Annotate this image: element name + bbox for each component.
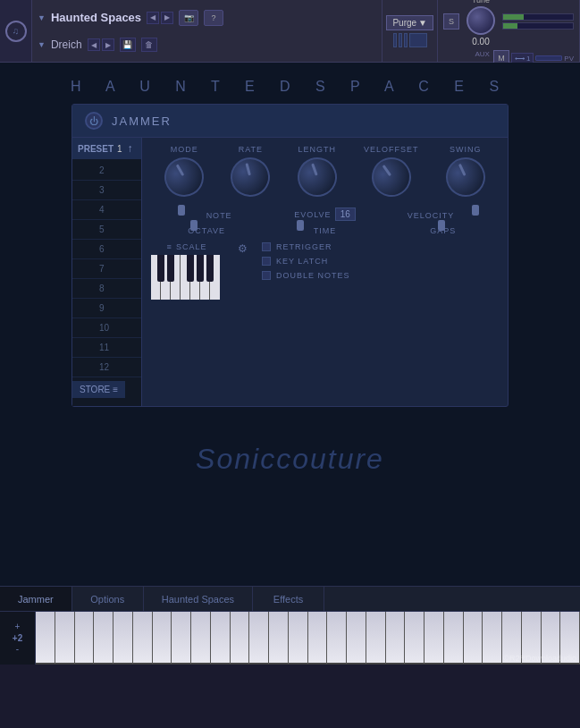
power-button[interactable]: ⏻ <box>85 112 103 130</box>
settings-gear-icon: ⚙ <box>238 242 248 255</box>
time-slider-group: TIME <box>269 224 380 235</box>
piano-key-white[interactable] <box>386 612 406 665</box>
retrigger-checkbox[interactable] <box>262 242 271 251</box>
piano-key-white[interactable] <box>269 612 289 665</box>
piano-key-white[interactable] <box>327 612 347 665</box>
piano-key-white[interactable] <box>347 612 366 665</box>
piano-key-white[interactable] <box>405 612 424 665</box>
octave-up-btn[interactable]: + <box>15 622 21 631</box>
list-item[interactable]: 5 <box>72 220 141 240</box>
swing-knob[interactable] <box>440 151 492 203</box>
piano-key-white[interactable] <box>366 612 386 665</box>
piano-key-white[interactable] <box>308 612 328 665</box>
piano-key-white[interactable] <box>424 612 444 665</box>
level-bar <box>535 55 562 61</box>
prev-preset[interactable]: ◀ <box>88 38 100 51</box>
nav-arrows-top: ◀ ▶ <box>147 12 173 24</box>
next-preset[interactable]: ▶ <box>102 38 114 51</box>
store-button[interactable]: STORE ≡ <box>72 381 125 398</box>
purge-btn[interactable]: Purge ▼ <box>386 15 433 30</box>
list-item[interactable]: 4 <box>72 200 141 220</box>
scale-keyboard[interactable] <box>151 255 223 300</box>
octave-slider-label: OCTAVE <box>151 226 262 235</box>
tab-jammer[interactable]: Jammer <box>0 587 72 611</box>
veloffset-knob[interactable] <box>364 149 418 204</box>
purge-label: Purge <box>392 18 416 28</box>
piano-key-white[interactable] <box>36 612 55 665</box>
header-left: ▼ Haunted Spaces ◀ ▶ 📷 ? ▼ Dreich ◀ ▶ 💾 … <box>32 0 382 62</box>
next-instrument[interactable]: ▶ <box>161 12 173 24</box>
list-item[interactable]: 9 <box>72 299 141 318</box>
piano-key-white[interactable] <box>211 612 231 665</box>
piano-key-white[interactable] <box>231 612 250 665</box>
octave-value: +2 <box>13 633 22 643</box>
list-item[interactable]: 11 <box>72 338 141 358</box>
list-item[interactable]: 3 <box>72 181 141 200</box>
list-item[interactable]: 6 <box>72 240 141 259</box>
piano-key-white[interactable] <box>464 612 483 665</box>
list-item[interactable]: 12 <box>72 358 141 377</box>
retrigger-label: RETRIGGER <box>276 242 332 251</box>
rate-knob[interactable] <box>226 153 274 201</box>
header-top-row: ▼ Haunted Spaces ◀ ▶ 📷 ? <box>38 10 376 26</box>
pv-label: PV <box>564 55 574 63</box>
piano-key-white[interactable] <box>75 612 95 665</box>
piano-key-white[interactable] <box>191 612 211 665</box>
preset-current: 1 <box>117 144 122 154</box>
bar4 <box>409 33 427 47</box>
length-knob[interactable] <box>292 152 342 202</box>
mini-black-as <box>206 255 214 282</box>
evolve-value[interactable]: 16 <box>335 207 356 221</box>
mini-black-fs <box>187 255 194 282</box>
tab-haunted-spaces[interactable]: Haunted Spaces <box>144 587 253 611</box>
veloffset-knob-group: VELOFFSET <box>364 145 419 197</box>
keyboard-keys <box>36 612 580 665</box>
knobs-row: MODE RATE LENGTH VELOFFSET <box>151 145 499 197</box>
piano-key-white[interactable] <box>94 612 113 665</box>
piano-key-white[interactable] <box>249 612 269 665</box>
mode-knob[interactable] <box>157 150 211 204</box>
piano-key-white[interactable] <box>444 612 464 665</box>
info-btn[interactable]: ? <box>204 10 223 26</box>
content-row: PRESET 1 ↑ 2 3 4 5 6 7 8 9 10 11 12 <box>72 138 508 406</box>
delete-preset-btn[interactable]: 🗑 <box>141 38 157 52</box>
key-latch-label: KEY LATCH <box>276 257 328 266</box>
tune-knob[interactable] <box>467 6 495 35</box>
tab-options[interactable]: Options <box>72 587 144 611</box>
preset-header: PRESET 1 ↑ <box>72 138 141 159</box>
tab-bar: Jammer Options Haunted Spaces Effects <box>0 586 580 611</box>
controls-area: MODE RATE LENGTH VELOFFSET <box>142 138 508 406</box>
camera-btn[interactable]: 📷 <box>179 10 198 26</box>
s-button[interactable]: S <box>443 13 459 30</box>
header-bot-row: ▼ Dreich ◀ ▶ 💾 🗑 <box>38 38 376 52</box>
preset-arrow: ▼ <box>38 40 46 49</box>
preset-up-arrow: ↑ <box>128 142 133 155</box>
bottom-controls: ≡ SCALE <box>151 242 499 300</box>
double-notes-checkbox[interactable] <box>262 271 271 280</box>
piano-key-white[interactable] <box>172 612 191 665</box>
list-item[interactable]: 8 <box>72 279 141 299</box>
list-item[interactable]: 10 <box>72 318 141 338</box>
mini-black-ds <box>167 255 174 282</box>
piano-key-white[interactable] <box>113 612 133 665</box>
tune-group: Tune 0.00 <box>467 0 495 47</box>
list-item[interactable]: 2 <box>72 161 141 181</box>
mini-black-gs <box>197 255 204 282</box>
list-item[interactable]: 7 <box>72 259 141 279</box>
key-latch-checkbox[interactable] <box>262 257 271 266</box>
piano-key-white[interactable] <box>55 612 75 665</box>
octave-down-btn[interactable]: - <box>16 645 19 654</box>
prev-instrument[interactable]: ◀ <box>147 12 159 24</box>
piano-key-white[interactable] <box>289 612 308 665</box>
rate-knob-group: RATE <box>231 145 270 197</box>
logo-icon: ♫ <box>5 21 27 42</box>
nav-arrows-bot: ◀ ▶ <box>88 38 114 51</box>
instrument-arrow: ▼ <box>38 13 46 22</box>
piano-key-white[interactable] <box>133 612 153 665</box>
double-notes-label: DOUBLE NOTES <box>276 271 350 280</box>
tab-effects[interactable]: Effects <box>253 587 324 611</box>
scale-label: SCALE <box>176 242 207 251</box>
save-preset-btn[interactable]: 💾 <box>120 38 136 52</box>
piano-key-white[interactable] <box>153 612 172 665</box>
piano-key-white[interactable] <box>483 612 502 665</box>
